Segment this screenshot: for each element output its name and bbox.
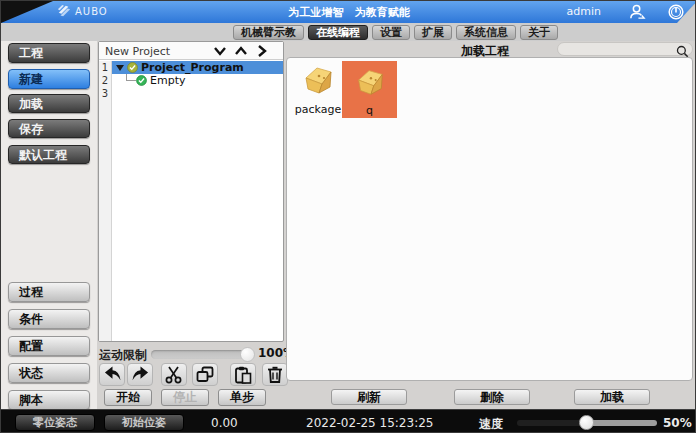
file-name-label: package (293, 103, 343, 116)
tab-system-info[interactable]: 系统信息 (456, 25, 516, 40)
file-item-q-selected[interactable]: q (342, 61, 397, 118)
file-name-label: q (342, 104, 397, 117)
delete-project-button[interactable]: 删除 (454, 389, 530, 405)
tab-group: 机械臂示教 在线编程 设置 扩展 系统信息 关于 (233, 25, 558, 40)
file-browser-panel: package q (286, 57, 693, 381)
top-bar: AUBO 为工业增智 为教育赋能 admin (1, 1, 696, 23)
speed-slider-handle[interactable] (579, 415, 594, 430)
project-tree-panel: New Project 1 2 3 (98, 41, 284, 342)
power-icon[interactable] (667, 3, 685, 25)
app-window: AUBO 为工业增智 为教育赋能 admin 机械臂示教 在线编程 设置 扩展 (0, 0, 696, 433)
tab-settings[interactable]: 设置 (372, 25, 410, 40)
username-label: admin (567, 5, 601, 18)
stop-button[interactable]: 停止 (161, 389, 209, 406)
speed-value: 50% (663, 416, 692, 430)
search-box (557, 42, 693, 56)
initial-pose-button[interactable]: 初始位姿 (104, 414, 184, 431)
motion-limit-slider[interactable] (151, 350, 251, 359)
line-number: 2 (99, 74, 111, 87)
tree-node-root[interactable]: Project_Program (112, 61, 283, 74)
left-sidebar: 工程 新建 加载 保存 默认工程 过程 条件 配置 状态 脚本 (1, 41, 97, 409)
sidebar-item-config[interactable]: 配置 (8, 336, 90, 356)
sidebar-item-procedure[interactable]: 过程 (8, 282, 90, 302)
expander-triangle-icon[interactable] (115, 63, 125, 73)
sidebar-item-condition[interactable]: 条件 (8, 309, 90, 329)
line-number: 1 (99, 61, 111, 74)
redo-icon (131, 366, 150, 383)
tab-bar: 机械臂示教 在线编程 设置 扩展 系统信息 关于 (1, 23, 696, 41)
motion-limit-slider-handle[interactable] (240, 347, 255, 362)
tab-robot-teach[interactable]: 机械臂示教 (233, 25, 304, 40)
paste-button[interactable] (230, 363, 256, 386)
sidebar-item-script[interactable]: 脚本 (8, 390, 90, 410)
user-account-icon[interactable] (628, 3, 647, 25)
undo-button[interactable] (99, 363, 125, 386)
zero-pose-button[interactable]: 零位姿态 (15, 414, 95, 431)
sidebar-item-state[interactable]: 状态 (8, 363, 90, 383)
trash-icon (267, 366, 283, 383)
paste-icon (234, 366, 252, 384)
search-input[interactable] (564, 43, 674, 55)
timestamp: 2022-02-25 15:23:25 (306, 416, 433, 430)
load-project-button[interactable]: 加载 (574, 389, 650, 405)
chevron-right-icon[interactable] (255, 44, 269, 58)
sidebar-item-project[interactable]: 工程 (8, 43, 90, 63)
empty-node-icon (136, 75, 147, 86)
sidebar-item-save[interactable]: 保存 (8, 119, 90, 138)
tree-node-label: Empty (150, 74, 185, 87)
undo-icon (103, 366, 122, 383)
sidebar-item-new[interactable]: 新建 (8, 69, 90, 89)
motion-limit-label: 运动限制 (99, 347, 147, 364)
sidebar-item-default-project[interactable]: 默认工程 (8, 145, 90, 164)
start-button[interactable]: 开始 (104, 389, 152, 406)
tab-about[interactable]: 关于 (520, 25, 558, 40)
sidebar-item-load[interactable]: 加载 (8, 94, 90, 113)
step-button[interactable]: 单步 (218, 389, 266, 406)
file-item-package[interactable]: package (293, 63, 343, 116)
tree-node-empty[interactable]: Empty (112, 74, 283, 87)
project-name-label: New Project (105, 45, 170, 58)
cut-button[interactable] (161, 363, 187, 386)
program-tree: 1 2 3 Project_Program (99, 61, 283, 341)
status-value: 0.00 (211, 416, 238, 430)
copy-icon (196, 366, 215, 383)
project-panel-header: New Project (99, 42, 283, 60)
tab-extension[interactable]: 扩展 (414, 25, 452, 40)
refresh-button[interactable]: 刷新 (331, 389, 407, 405)
speed-label: 速度 (479, 416, 503, 433)
tree-branch-line (126, 74, 136, 81)
project-node-icon (127, 62, 138, 73)
tree-node-label: Project_Program (141, 61, 244, 74)
copy-button[interactable] (192, 363, 218, 386)
scissors-icon (165, 366, 183, 384)
chevron-up-icon[interactable] (234, 44, 248, 58)
line-number-gutter: 1 2 3 (99, 61, 112, 341)
status-bar: 零位姿态 初始位姿 0.00 2022-02-25 15:23:25 速度 50… (1, 409, 696, 433)
chevron-down-icon[interactable] (213, 44, 227, 58)
tree-nav-buttons (213, 44, 269, 58)
delete-button[interactable] (262, 363, 288, 386)
package-file-icon (353, 65, 387, 99)
tree-body: Project_Program Empty (112, 61, 283, 341)
line-number: 3 (99, 87, 111, 100)
redo-button[interactable] (127, 363, 153, 386)
tab-online-programming[interactable]: 在线编程 (308, 25, 368, 40)
package-file-icon (300, 63, 336, 97)
